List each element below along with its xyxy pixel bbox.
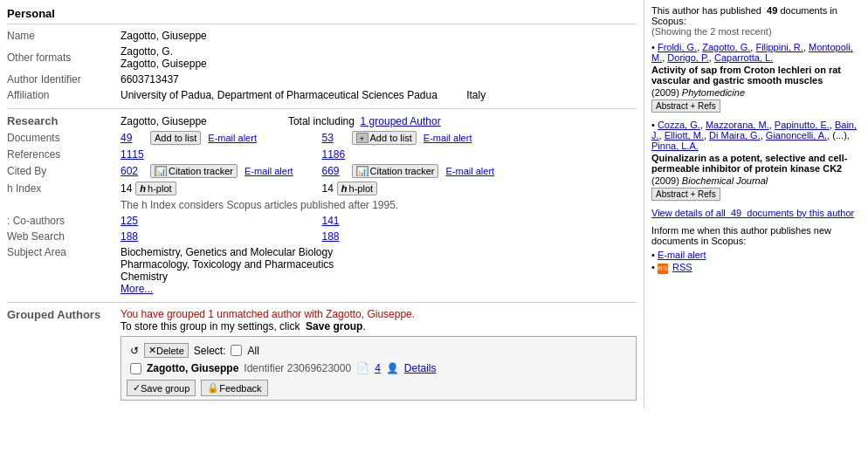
cited-section: Cited By 602 📊 Citation tracker E-mail a… <box>7 162 637 180</box>
pub1-froldi[interactable]: Froldi, G. <box>658 42 697 52</box>
email-alert-right-link[interactable]: E-mail alert <box>658 250 706 260</box>
h-note-text: The h Index considers Scopus articles pu… <box>121 199 398 211</box>
research-value: Zagotto, Giuseppe Total including 1 grou… <box>121 115 637 127</box>
pub2-dimaira[interactable]: Di Maira, G. <box>709 130 761 141</box>
grouped-box: ↺ ✕ Delete Select: All Zagotto, Giuseppe <box>121 336 637 401</box>
h-number2: 14 <box>322 182 334 195</box>
ref-row-left: References 1115 <box>7 147 322 162</box>
websearch-label: Web Search <box>7 230 121 243</box>
citation-tracker2-button[interactable]: 📊 Citation tracker <box>352 164 439 178</box>
pub2-elliott[interactable]: Elliott, M. <box>665 130 704 141</box>
email-alert1-link[interactable]: E-mail alert <box>208 133 257 143</box>
bullet-icon4: • <box>651 262 655 272</box>
pub1-dorigo[interactable]: Dorigo, P. <box>667 52 709 63</box>
doc-val-left: 49 Add to list E-mail alert <box>121 131 322 145</box>
h-row-right: 14 h h-plot <box>322 180 637 197</box>
grouped-authors-label: Grouped Authors <box>7 308 121 321</box>
left-panel: Personal Name Zagotto, Giuseppe Other fo… <box>0 0 644 408</box>
email-alert3-link[interactable]: E-mail alert <box>245 166 293 176</box>
coauthor-val-right: 141 <box>322 215 637 227</box>
other-formats-value: Zagotto, G. Zagotto, Guiseppe <box>121 45 637 70</box>
coauthor-row-left: : Co-authors 125 <box>7 213 322 229</box>
pub2-title: Quinalizarin as a potent, selective and … <box>651 153 861 174</box>
refresh-icon: ↺ <box>130 345 139 357</box>
websearch-section: Web Search 188 188 <box>7 229 637 244</box>
h-plot1-label: h-plot <box>148 183 172 194</box>
citation-tracker1-button[interactable]: 📊 Citation tracker <box>150 164 238 178</box>
pub2-cozza[interactable]: Cozza, G. <box>658 120 700 130</box>
pub1-filippini[interactable]: Filippini, R. <box>755 42 803 52</box>
subject-line2: Pharmacology, Toxicology and Pharmaceuti… <box>121 258 637 271</box>
doc-row-right: 53 + Add to list E-mail alert <box>322 129 637 147</box>
cited-row-right: 669 📊 Citation tracker E-mail alert <box>322 162 637 180</box>
doc-count-link[interactable]: 4 <box>375 362 381 374</box>
h-plot1-button[interactable]: h h-plot <box>135 182 176 195</box>
ref-val-right: 1186 <box>322 148 637 161</box>
add-to-list2-button[interactable]: + Add to list <box>352 131 417 145</box>
pub1-zagotto[interactable]: Zagotto, G. <box>702 42 750 52</box>
ref-num2-link[interactable]: 1186 <box>322 148 348 161</box>
ref-right: 1186 <box>322 147 637 162</box>
h-index-label: h Index <box>7 182 121 195</box>
cited-label: Cited By <box>7 165 121 177</box>
doc-row-left: Documents 49 Add to list E-mail alert <box>7 129 322 147</box>
email-alert4-link[interactable]: E-mail alert <box>445 166 494 176</box>
coauthors-section: : Co-authors 125 141 <box>7 213 637 229</box>
pub2-mazzorana[interactable]: Mazzorana, M. <box>706 120 769 130</box>
pub2-papinutto[interactable]: Papinutto, E. <box>775 120 830 130</box>
h-index-section: h Index 14 h h-plot 14 h <box>7 180 637 197</box>
right-alerts: • E-mail alert <box>651 250 861 260</box>
pub2-pinna[interactable]: Pinna, L.A. <box>651 141 699 151</box>
feedback-button[interactable]: 🔒 Feedback <box>201 380 267 396</box>
pub1: • Froldi, G., Zagotto, G., Filippini, R.… <box>651 42 861 113</box>
view-all-link[interactable]: View details of all 49 documents by this… <box>651 208 854 218</box>
lock-icon: 🔒 <box>207 382 219 394</box>
view-all-row: View details of all 49 documents by this… <box>651 208 861 218</box>
h-plot2-button[interactable]: h h-plot <box>337 182 377 195</box>
subject-area-row: Subject Area Biochemistry, Genetics and … <box>7 244 637 297</box>
pub2-gianoncelli[interactable]: Gianoncelli, A. <box>766 130 827 141</box>
websearch-num1-link[interactable]: 188 <box>121 230 147 243</box>
view-all-num: 49 <box>731 208 741 218</box>
cited-num1-link[interactable]: 602 <box>121 165 147 177</box>
coauthor-num2-link[interactable]: 141 <box>322 215 348 227</box>
author-row: Zagotto, Giuseppe Identifier 23069623000… <box>127 360 630 376</box>
websearch-num2-link[interactable]: 188 <box>322 230 348 243</box>
grouped-author-link[interactable]: 1 grouped Author <box>361 115 441 127</box>
person-icon: 👤 <box>386 362 399 374</box>
author-checkbox[interactable] <box>130 363 141 374</box>
more-link[interactable]: More... <box>121 283 153 295</box>
details-link[interactable]: Details <box>404 362 437 374</box>
add-to-list1-button[interactable]: Add to list <box>150 131 201 145</box>
subject-area-label: Subject Area <box>7 246 121 258</box>
rss-link[interactable]: RSS <box>672 262 692 272</box>
abstract-refs1-button[interactable]: Abstract + Refs <box>651 99 720 113</box>
all-label: All <box>247 345 258 357</box>
affiliation-label: Affiliation <box>7 89 121 101</box>
coauthors-label: : Co-authors <box>7 215 121 227</box>
doc-val-right: 53 + Add to list E-mail alert <box>322 131 637 145</box>
h-val-right: 14 h h-plot <box>322 182 637 195</box>
doc-num2-link[interactable]: 53 <box>322 132 348 144</box>
research-name: Zagotto, Giuseppe <box>121 115 207 127</box>
personal-header: Personal <box>7 7 637 20</box>
grouped-text1: You have grouped 1 unmatched author with… <box>121 308 415 320</box>
h-left: h Index 14 h h-plot <box>7 180 322 197</box>
grouped-authors-row: Grouped Authors You have grouped 1 unmat… <box>7 306 637 402</box>
web-left: Web Search 188 <box>7 229 322 244</box>
ref-num1-link[interactable]: 1115 <box>121 148 147 161</box>
select-all-checkbox[interactable] <box>231 345 242 356</box>
abstract-refs2-button[interactable]: Abstract + Refs <box>651 188 720 201</box>
doc-num1-link[interactable]: 49 <box>121 132 147 144</box>
h-right: 14 h h-plot <box>322 180 637 197</box>
x-icon: ✕ <box>148 345 156 356</box>
coauthor-num1-link[interactable]: 125 <box>121 215 147 227</box>
email-alert2-link[interactable]: E-mail alert <box>424 133 472 143</box>
cited-num2-link[interactable]: 669 <box>322 165 348 177</box>
delete-button[interactable]: ✕ Delete <box>144 343 189 358</box>
save-group-button[interactable]: ✓ Save group <box>127 380 196 396</box>
name-label: Name <box>7 30 121 42</box>
inform-row: Inform me when this author publishes new… <box>651 225 861 274</box>
web-row-left: Web Search 188 <box>7 229 322 244</box>
pub1-caparrotta[interactable]: Caparrotta, L. <box>714 52 773 63</box>
